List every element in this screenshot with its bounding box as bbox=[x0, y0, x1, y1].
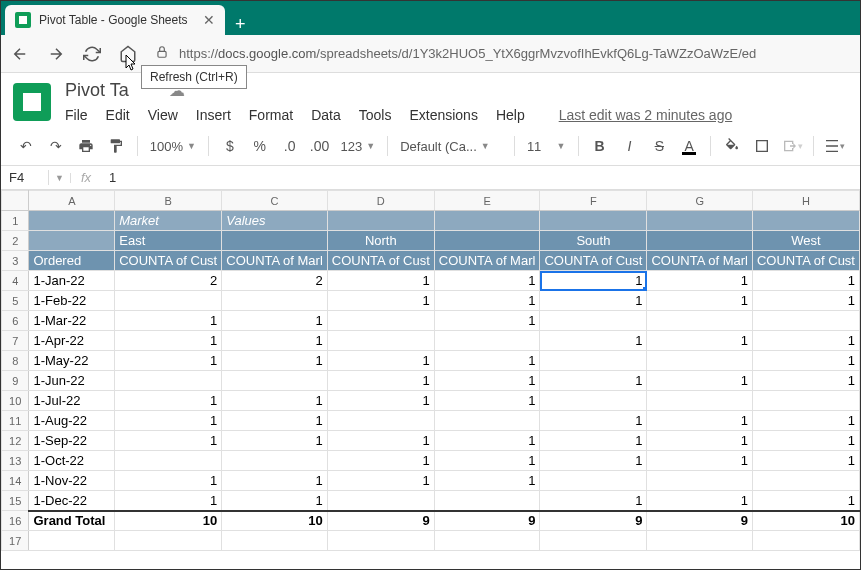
forward-icon[interactable] bbox=[47, 45, 65, 63]
cell[interactable]: 2 bbox=[115, 271, 222, 291]
decrease-decimal-icon[interactable]: .0 bbox=[277, 133, 303, 159]
cell[interactable] bbox=[222, 231, 328, 251]
cell[interactable]: 1 bbox=[222, 431, 328, 451]
cell[interactable]: 1 bbox=[327, 351, 434, 371]
cell[interactable] bbox=[115, 451, 222, 471]
cell[interactable]: 1 bbox=[752, 371, 859, 391]
cell[interactable]: 9 bbox=[540, 511, 647, 531]
cell[interactable]: 1 bbox=[540, 411, 647, 431]
cell[interactable]: 1 bbox=[115, 311, 222, 331]
cell[interactable] bbox=[327, 331, 434, 351]
cell[interactable] bbox=[327, 491, 434, 511]
cell[interactable]: 1 bbox=[115, 351, 222, 371]
cell[interactable] bbox=[752, 531, 859, 551]
cell[interactable] bbox=[115, 531, 222, 551]
strike-icon[interactable]: S bbox=[646, 133, 672, 159]
cell[interactable] bbox=[327, 531, 434, 551]
row-header[interactable]: 6 bbox=[2, 311, 29, 331]
cell[interactable]: 10 bbox=[222, 511, 328, 531]
cell[interactable]: 1 bbox=[647, 491, 753, 511]
refresh-icon[interactable] bbox=[83, 45, 101, 63]
undo-icon[interactable]: ↶ bbox=[13, 133, 39, 159]
cell[interactable] bbox=[29, 531, 115, 551]
menu-view[interactable]: View bbox=[148, 107, 178, 123]
cell[interactable] bbox=[222, 531, 328, 551]
cell[interactable]: 1 bbox=[752, 431, 859, 451]
cell[interactable] bbox=[115, 291, 222, 311]
cell[interactable]: 1 bbox=[115, 491, 222, 511]
cell[interactable]: 1 bbox=[434, 271, 540, 291]
cell[interactable]: 1 bbox=[327, 451, 434, 471]
cell[interactable]: 1 bbox=[434, 471, 540, 491]
cell[interactable] bbox=[434, 531, 540, 551]
col-header[interactable]: B bbox=[115, 191, 222, 211]
cell[interactable]: 1 bbox=[647, 431, 753, 451]
cell[interactable]: East bbox=[115, 231, 222, 251]
redo-icon[interactable]: ↷ bbox=[43, 133, 69, 159]
row-header[interactable]: 17 bbox=[2, 531, 29, 551]
new-tab-button[interactable]: + bbox=[225, 14, 256, 35]
cell[interactable] bbox=[540, 531, 647, 551]
cell[interactable]: Ordered bbox=[29, 251, 115, 271]
cell[interactable]: 1 bbox=[647, 371, 753, 391]
cell[interactable]: 1 bbox=[540, 431, 647, 451]
cell[interactable] bbox=[752, 311, 859, 331]
cell[interactable] bbox=[222, 451, 328, 471]
cell[interactable]: 1 bbox=[752, 271, 859, 291]
close-tab-icon[interactable]: ✕ bbox=[203, 12, 215, 28]
name-box[interactable]: F4 bbox=[1, 170, 49, 185]
row-header[interactable]: 14 bbox=[2, 471, 29, 491]
cell[interactable]: 1 bbox=[222, 311, 328, 331]
cell[interactable]: 1-Jun-22 bbox=[29, 371, 115, 391]
zoom-select[interactable]: 100% ▼ bbox=[146, 139, 200, 154]
row-header[interactable]: 2 bbox=[2, 231, 29, 251]
row-header[interactable]: 10 bbox=[2, 391, 29, 411]
doc-title[interactable]: Pivot Ta bbox=[65, 80, 129, 101]
cell[interactable]: 1 bbox=[115, 331, 222, 351]
home-icon[interactable] bbox=[119, 45, 137, 63]
text-color-icon[interactable]: A bbox=[676, 133, 702, 159]
currency-icon[interactable]: $ bbox=[217, 133, 243, 159]
cell[interactable]: 1-Aug-22 bbox=[29, 411, 115, 431]
cell[interactable]: 1 bbox=[434, 351, 540, 371]
cell[interactable]: COUNTA of Cust bbox=[115, 251, 222, 271]
cell[interactable]: 1-Feb-22 bbox=[29, 291, 115, 311]
cell[interactable]: 1 bbox=[647, 291, 753, 311]
cell[interactable]: 1 bbox=[540, 491, 647, 511]
print-icon[interactable] bbox=[73, 133, 99, 159]
cell[interactable] bbox=[540, 351, 647, 371]
cell[interactable]: 1 bbox=[540, 371, 647, 391]
cell[interactable]: Market bbox=[115, 211, 222, 231]
cell[interactable]: 1-Jan-22 bbox=[29, 271, 115, 291]
col-header[interactable]: A bbox=[29, 191, 115, 211]
cell[interactable]: 1 bbox=[540, 271, 647, 291]
menu-file[interactable]: File bbox=[65, 107, 88, 123]
cell[interactable]: 9 bbox=[647, 511, 753, 531]
menu-extensions[interactable]: Extensions bbox=[409, 107, 477, 123]
cell[interactable]: 1 bbox=[647, 331, 753, 351]
cell[interactable]: 1 bbox=[434, 431, 540, 451]
cell[interactable]: 10 bbox=[115, 511, 222, 531]
cell[interactable]: 1-Apr-22 bbox=[29, 331, 115, 351]
cell[interactable]: COUNTA of Marl bbox=[647, 251, 753, 271]
cell[interactable]: North bbox=[327, 231, 434, 251]
font-select[interactable]: Default (Ca... ▼ bbox=[396, 139, 506, 154]
cell[interactable]: 1 bbox=[434, 311, 540, 331]
col-header[interactable]: C bbox=[222, 191, 328, 211]
row-header[interactable]: 7 bbox=[2, 331, 29, 351]
borders-icon[interactable] bbox=[749, 133, 775, 159]
row-header[interactable]: 1 bbox=[2, 211, 29, 231]
italic-icon[interactable]: I bbox=[616, 133, 642, 159]
cell[interactable]: 1 bbox=[647, 451, 753, 471]
num-format-select[interactable]: 123▼ bbox=[337, 139, 380, 154]
cell[interactable] bbox=[434, 491, 540, 511]
cell[interactable]: 1-Nov-22 bbox=[29, 471, 115, 491]
fill-color-icon[interactable] bbox=[719, 133, 745, 159]
cell[interactable]: 1 bbox=[434, 451, 540, 471]
menu-tools[interactable]: Tools bbox=[359, 107, 392, 123]
col-header[interactable]: H bbox=[752, 191, 859, 211]
cell[interactable] bbox=[647, 311, 753, 331]
row-header[interactable]: 9 bbox=[2, 371, 29, 391]
cell[interactable]: 1 bbox=[222, 411, 328, 431]
cell[interactable] bbox=[540, 471, 647, 491]
